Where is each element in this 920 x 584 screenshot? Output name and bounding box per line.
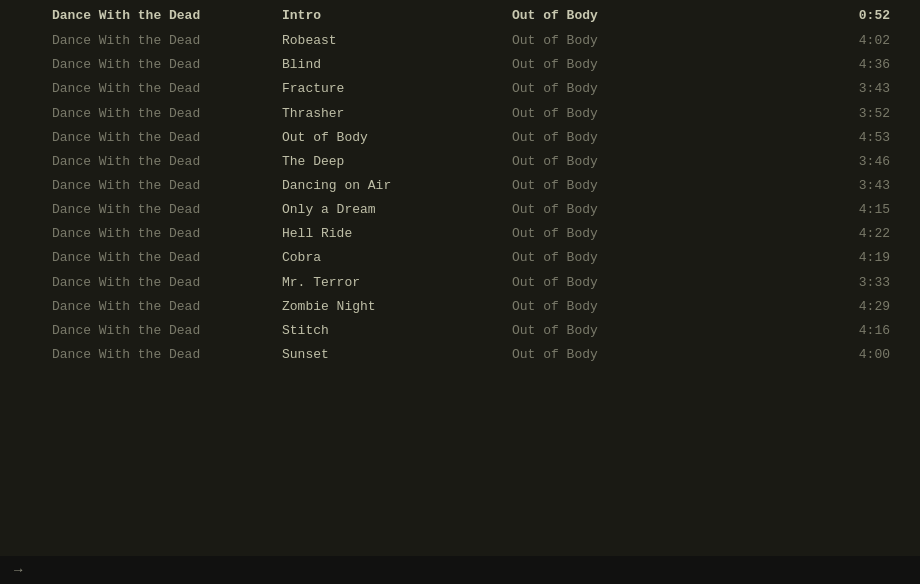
track-artist: Dance With the Dead [52, 273, 282, 293]
track-album: Out of Body [512, 297, 712, 317]
table-row[interactable]: Dance With the DeadStitchOut of Body4:16 [0, 319, 920, 343]
table-row[interactable]: Dance With the DeadMr. TerrorOut of Body… [0, 271, 920, 295]
track-artist: Dance With the Dead [52, 200, 282, 220]
track-artist: Dance With the Dead [52, 104, 282, 124]
track-title: Mr. Terror [282, 273, 512, 293]
track-title: Only a Dream [282, 200, 512, 220]
track-duration: 4:36 [712, 55, 900, 75]
track-duration: 4:02 [712, 31, 900, 51]
track-artist: Dance With the Dead [52, 79, 282, 99]
track-title: Sunset [282, 345, 512, 365]
track-title: Fracture [282, 79, 512, 99]
table-row[interactable]: Dance With the DeadThrasherOut of Body3:… [0, 102, 920, 126]
track-artist: Dance With the Dead [52, 176, 282, 196]
track-album: Out of Body [512, 176, 712, 196]
track-artist: Dance With the Dead [52, 128, 282, 148]
track-duration: 4:19 [712, 248, 900, 268]
track-artist: Dance With the Dead [52, 297, 282, 317]
header-duration: 0:52 [712, 6, 900, 26]
track-album: Out of Body [512, 273, 712, 293]
table-row[interactable]: Dance With the DeadOut of BodyOut of Bod… [0, 126, 920, 150]
track-artist: Dance With the Dead [52, 152, 282, 172]
track-title: The Deep [282, 152, 512, 172]
track-duration: 4:53 [712, 128, 900, 148]
track-duration: 3:52 [712, 104, 900, 124]
table-row[interactable]: Dance With the DeadDancing on AirOut of … [0, 174, 920, 198]
track-duration: 4:29 [712, 297, 900, 317]
track-duration: 4:22 [712, 224, 900, 244]
track-album: Out of Body [512, 248, 712, 268]
track-title: Hell Ride [282, 224, 512, 244]
table-row[interactable]: Dance With the DeadOnly a DreamOut of Bo… [0, 198, 920, 222]
table-row[interactable]: Dance With the DeadThe DeepOut of Body3:… [0, 150, 920, 174]
track-list-header: Dance With the Dead Intro Out of Body 0:… [0, 4, 920, 29]
table-row[interactable]: Dance With the DeadFractureOut of Body3:… [0, 77, 920, 101]
table-row[interactable]: Dance With the DeadZombie NightOut of Bo… [0, 295, 920, 319]
track-album: Out of Body [512, 104, 712, 124]
track-duration: 3:43 [712, 176, 900, 196]
track-artist: Dance With the Dead [52, 224, 282, 244]
track-title: Dancing on Air [282, 176, 512, 196]
track-album: Out of Body [512, 321, 712, 341]
track-title: Stitch [282, 321, 512, 341]
track-title: Robeast [282, 31, 512, 51]
track-album: Out of Body [512, 31, 712, 51]
track-title: Thrasher [282, 104, 512, 124]
table-row[interactable]: Dance With the DeadBlindOut of Body4:36 [0, 53, 920, 77]
track-title: Out of Body [282, 128, 512, 148]
track-duration: 3:43 [712, 79, 900, 99]
track-duration: 3:33 [712, 273, 900, 293]
bottom-bar: → [0, 556, 920, 584]
track-duration: 4:15 [712, 200, 900, 220]
track-album: Out of Body [512, 200, 712, 220]
arrow-icon: → [14, 562, 22, 578]
table-row[interactable]: Dance With the DeadRobeastOut of Body4:0… [0, 29, 920, 53]
track-duration: 4:16 [712, 321, 900, 341]
track-album: Out of Body [512, 79, 712, 99]
track-title: Zombie Night [282, 297, 512, 317]
header-album: Out of Body [512, 6, 712, 26]
track-album: Out of Body [512, 224, 712, 244]
track-album: Out of Body [512, 345, 712, 365]
track-list: Dance With the Dead Intro Out of Body 0:… [0, 0, 920, 371]
table-row[interactable]: Dance With the DeadCobraOut of Body4:19 [0, 246, 920, 270]
track-duration: 3:46 [712, 152, 900, 172]
table-row[interactable]: Dance With the DeadSunsetOut of Body4:00 [0, 343, 920, 367]
track-title: Cobra [282, 248, 512, 268]
track-title: Blind [282, 55, 512, 75]
track-artist: Dance With the Dead [52, 248, 282, 268]
track-artist: Dance With the Dead [52, 321, 282, 341]
track-album: Out of Body [512, 55, 712, 75]
table-row[interactable]: Dance With the DeadHell RideOut of Body4… [0, 222, 920, 246]
track-album: Out of Body [512, 152, 712, 172]
track-duration: 4:00 [712, 345, 900, 365]
track-artist: Dance With the Dead [52, 55, 282, 75]
header-artist: Dance With the Dead [52, 6, 282, 26]
header-track: Intro [282, 6, 512, 26]
track-album: Out of Body [512, 128, 712, 148]
track-artist: Dance With the Dead [52, 31, 282, 51]
track-artist: Dance With the Dead [52, 345, 282, 365]
